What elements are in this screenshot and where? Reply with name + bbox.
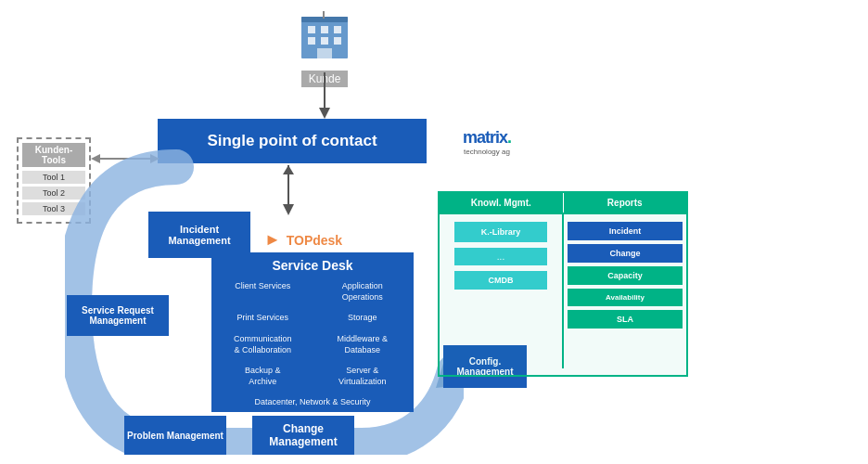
sd-communication: Communication& Collaboration: [213, 329, 313, 360]
k-library-box: K.-Library: [454, 222, 546, 242]
dots-box: ...: [454, 248, 546, 265]
knowledge-outer-box: Knowl. Mgmt. Reports K.-Library ... CMDB…: [438, 191, 688, 377]
sd-datacenter: Datacenter, Network & Security: [213, 393, 412, 410]
topdesk-label: TOPdesk: [287, 233, 342, 248]
kunden-to-spoc-arrow: [91, 152, 160, 165]
svg-rect-3: [321, 26, 328, 33]
building-icon: [297, 9, 352, 65]
cmdb-box: CMDB: [454, 271, 546, 290]
svg-marker-14: [150, 154, 160, 163]
sd-print-services: Print Services: [213, 308, 313, 329]
service-request-title: Service RequestManagement: [82, 305, 154, 326]
svg-marker-16: [283, 204, 294, 215]
svg-rect-2: [308, 26, 315, 33]
service-desk-box: Service Desk Client Services Application…: [211, 252, 414, 412]
matrix-logo: matrix. technology ag: [445, 128, 529, 156]
service-desk-grid: Client Services ApplicationOperations Pr…: [213, 277, 412, 410]
kr-sla: SLA: [568, 310, 683, 329]
building-to-spoc-arrow: [315, 72, 334, 123]
knowledge-header: Knowl. Mgmt. Reports: [440, 193, 686, 214]
knowledge-body: K.-Library ... CMDB Incident Change Capa…: [440, 214, 686, 368]
tool-2: Tool 2: [22, 187, 85, 200]
matrix-sub: technology ag: [445, 148, 529, 156]
svg-rect-7: [334, 37, 341, 45]
svg-rect-8: [317, 48, 332, 58]
svg-marker-11: [319, 108, 330, 119]
kr-availability: Availability: [568, 289, 683, 306]
kr-capacity: Capacity: [568, 266, 683, 285]
spoc-title: Single point of contact: [207, 132, 377, 150]
matrix-name: matrix.: [463, 128, 511, 147]
topdesk-logo: ► TOPdesk: [264, 230, 342, 250]
topdesk-arrow-icon: ►: [264, 230, 281, 249]
knowledge-left-panel: K.-Library ... CMDB: [440, 214, 564, 368]
sd-server: Server &Virtualization: [313, 361, 413, 392]
incident-management-box: IncidentManagement: [148, 212, 250, 258]
spoc-down-arrow: [280, 165, 297, 216]
incident-title: IncidentManagement: [168, 224, 230, 246]
svg-rect-9: [323, 11, 325, 19]
kunden-tools-title: Kunden-Tools: [22, 143, 85, 167]
service-desk-title: Service Desk: [213, 254, 412, 277]
knowledge-header-left: Knowl. Mgmt.: [440, 193, 564, 213]
service-request-box: Service RequestManagement: [67, 295, 169, 336]
sd-backup: Backup &Archive: [213, 361, 313, 392]
problem-title: Problem Management: [127, 431, 223, 441]
sd-storage: Storage: [313, 308, 413, 329]
svg-rect-5: [308, 37, 315, 45]
kunden-tools-box: Kunden-Tools Tool 1 Tool 2 Tool 3: [17, 137, 91, 224]
spoc-box: Single point of contact: [158, 119, 427, 163]
svg-marker-17: [283, 165, 294, 174]
svg-marker-12: [91, 154, 100, 163]
sd-middleware: Middleware &Database: [313, 329, 413, 360]
sd-client-services: Client Services: [213, 277, 313, 307]
kr-change: Change: [568, 244, 683, 263]
knowledge-header-right: Reports: [564, 193, 687, 213]
svg-rect-6: [321, 37, 328, 45]
tool-1: Tool 1: [22, 171, 85, 184]
change-title: ChangeManagement: [269, 422, 337, 448]
problem-management-box: Problem Management: [124, 416, 226, 455]
kr-incident: Incident: [568, 222, 683, 240]
svg-rect-4: [334, 26, 341, 33]
sd-app-operations: ApplicationOperations: [313, 277, 413, 307]
knowledge-right-panel: Incident Change Capacity Availability SL…: [564, 214, 686, 368]
tool-3: Tool 3: [22, 202, 85, 215]
change-management-box: ChangeManagement: [252, 416, 354, 455]
